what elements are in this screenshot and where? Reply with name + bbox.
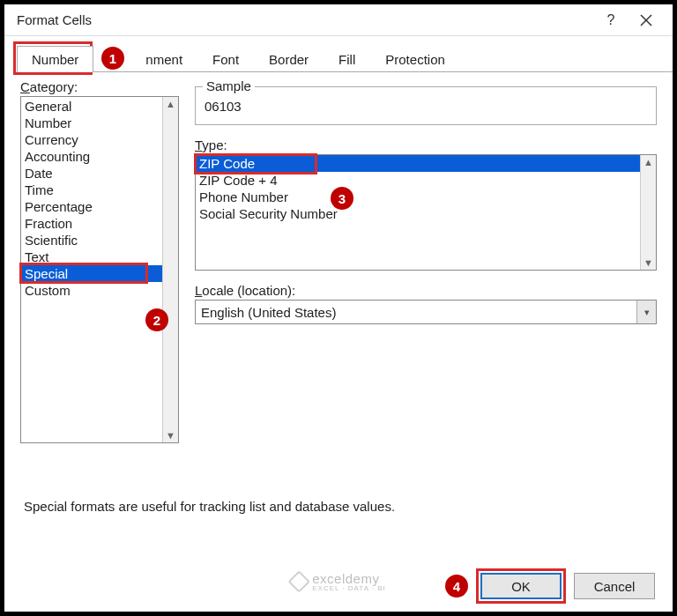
type-items: ZIP Code ZIP Code + 4 Phone Number Socia…	[196, 155, 640, 270]
type-item-zip[interactable]: ZIP Code	[196, 155, 640, 172]
locale-value: English (United States)	[201, 305, 336, 320]
category-item-custom[interactable]: Custom	[21, 282, 162, 299]
watermark-tagline: EXCEL · DATA · BI	[312, 584, 386, 592]
tab-alignment[interactable]: nment	[130, 46, 197, 72]
category-items: General Number Currency Accounting Date …	[21, 97, 162, 442]
type-item-phone[interactable]: Phone Number	[196, 189, 640, 205]
window-title: Format Cells	[17, 12, 593, 27]
dialog-body: Category: General Number Currency Accoun…	[4, 72, 673, 443]
close-icon	[640, 14, 652, 26]
close-button[interactable]	[629, 8, 664, 33]
category-item-general[interactable]: General	[21, 98, 162, 115]
tab-number[interactable]: Number	[17, 46, 93, 72]
format-cells-dialog: Format Cells ? Number 1 nment Font Borde…	[0, 0, 677, 616]
category-item-text[interactable]: Text	[21, 249, 162, 265]
watermark-logo-icon	[287, 570, 309, 592]
tab-protection[interactable]: Protection	[370, 46, 460, 72]
type-label: Type:	[195, 137, 657, 152]
category-label: Category:	[20, 79, 179, 94]
category-listbox[interactable]: General Number Currency Accounting Date …	[20, 96, 179, 443]
annotation-marker-3: 3	[331, 187, 353, 210]
category-item-number[interactable]: Number	[21, 115, 162, 131]
chevron-down-icon: ▾	[636, 301, 656, 323]
tab-border[interactable]: Border	[254, 46, 324, 72]
scroll-up-icon: ▲	[166, 97, 175, 111]
titlebar: Format Cells ?	[4, 4, 673, 36]
sample-label: Sample	[203, 78, 255, 93]
locale-label: Locale (location):	[195, 283, 657, 298]
category-item-scientific[interactable]: Scientific	[21, 232, 162, 249]
category-item-fraction[interactable]: Fraction	[21, 215, 162, 232]
details-panel: Sample 06103 Type: ZIP Code ZIP Code + 4…	[195, 79, 657, 443]
annotation-marker-4: 4	[445, 575, 468, 597]
category-item-currency[interactable]: Currency	[21, 131, 162, 148]
tab-strip: Number 1 nment Font Border Fill Protecti…	[17, 45, 673, 72]
annotation-marker-2: 2	[145, 308, 168, 331]
footer-buttons: 4 OK Cancel	[445, 573, 655, 599]
scroll-up-icon: ▲	[644, 155, 653, 169]
category-item-accounting[interactable]: Accounting	[21, 148, 162, 165]
locale-dropdown[interactable]: English (United States) ▾	[195, 300, 657, 324]
help-button[interactable]: ?	[593, 8, 629, 33]
type-scrollbar[interactable]: ▲ ▼	[640, 155, 656, 270]
description-text: Special formats are useful for tracking …	[24, 499, 395, 514]
type-item-ssn[interactable]: Social Security Number	[196, 205, 640, 222]
watermark: exceldemy EXCEL · DATA · BI	[291, 571, 386, 592]
scroll-down-icon: ▼	[166, 428, 175, 442]
category-item-date[interactable]: Date	[21, 165, 162, 182]
ok-button[interactable]: OK	[480, 573, 562, 599]
cancel-button[interactable]: Cancel	[574, 573, 655, 599]
category-scrollbar[interactable]: ▲ ▼	[162, 97, 178, 442]
annotation-marker-1: 1	[101, 47, 124, 70]
category-item-special[interactable]: Special	[21, 265, 162, 282]
tab-fill[interactable]: Fill	[324, 46, 370, 72]
type-item-zip4[interactable]: ZIP Code + 4	[196, 172, 640, 189]
type-listbox[interactable]: ZIP Code ZIP Code + 4 Phone Number Socia…	[195, 154, 657, 271]
category-item-time[interactable]: Time	[21, 182, 162, 198]
tab-font[interactable]: Font	[197, 46, 254, 72]
category-item-percentage[interactable]: Percentage	[21, 198, 162, 215]
sample-group: Sample 06103	[195, 86, 657, 125]
scroll-down-icon: ▼	[644, 256, 653, 270]
category-panel: Category: General Number Currency Accoun…	[20, 79, 179, 443]
sample-value: 06103	[205, 99, 242, 114]
